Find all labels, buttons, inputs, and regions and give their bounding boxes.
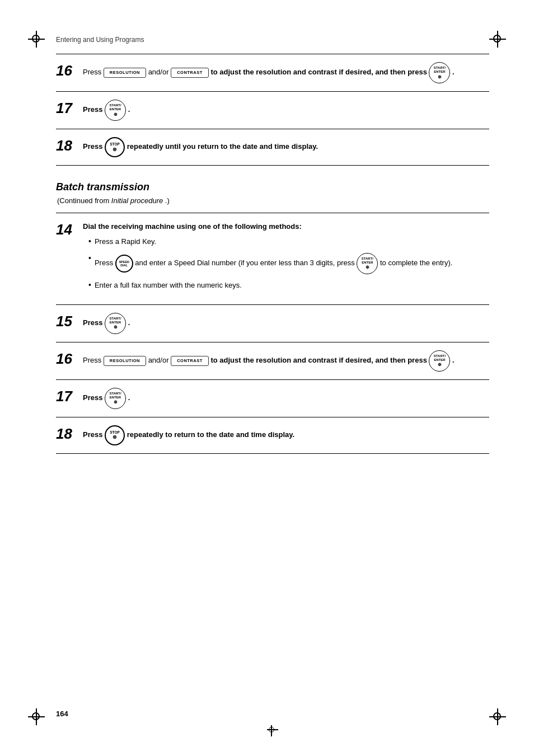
bullet-speed-dial: Press SPEEDDIAL and enter a Speed Dial n… [88, 253, 489, 274]
step-14-batch: 14 Dial the receiving machine using one … [56, 213, 489, 304]
step-content-17u: Press START/ENTER ⊕ . [83, 100, 489, 121]
start-enter-button-14b[interactable]: START/ENTER ⊕ [357, 253, 378, 274]
text-period-17u: . [128, 105, 130, 114]
step-18-batch: 18 Press STOP ⊗ repeatedly to return to … [56, 417, 489, 454]
text-press-16b: Press [83, 356, 104, 364]
continued-end: .) [165, 196, 170, 205]
corner-mark-tl [28, 31, 45, 48]
section-title: Entering and Using Programs [56, 36, 489, 44]
step-15-batch: 15 Press START/ENTER ⊕ . [56, 304, 489, 342]
text-after-18b: repeatedly to return to the date and tim… [127, 430, 295, 439]
speed-dial-label: SPEEDDIAL [119, 260, 129, 267]
contrast-label-16u: CONTRAST [177, 69, 203, 76]
step-number-14b: 14 [56, 221, 83, 237]
stop-label-18u: STOP [110, 142, 120, 147]
bullet-speed-dial-content: Press SPEEDDIAL and enter a Speed Dial n… [95, 253, 452, 274]
upper-steps: 16 Press RESOLUTION and/or CONTRAST to a… [56, 54, 489, 166]
step-17-batch: 17 Press START/ENTER ⊕ . [56, 379, 489, 417]
text-press-16u: Press [83, 68, 104, 76]
bullet-rapid-key: Press a Rapid Key. [88, 236, 489, 247]
step-16-upper: 16 Press RESOLUTION and/or CONTRAST to a… [56, 54, 489, 91]
step-number-18u: 18 [56, 137, 83, 153]
step-content-18u: Press STOP ⊗ repeatedly until you return… [83, 137, 489, 157]
step-content-16u: Press RESOLUTION and/or CONTRAST to adju… [83, 62, 489, 83]
stop-label-18b: STOP [110, 430, 120, 435]
continued-note: (Continued from Initial procedure .) [56, 196, 489, 205]
step-14-bullets: Press a Rapid Key. Press SPEEDDIAL and e… [83, 233, 489, 291]
step-number-16u: 16 [56, 62, 83, 78]
resolution-button-16u[interactable]: RESOLUTION [104, 68, 146, 78]
step-content-17b: Press START/ENTER ⊕ . [83, 388, 489, 409]
step-number-15b: 15 [56, 313, 83, 328]
text-press-18u: Press [83, 142, 105, 151]
text-period-17b: . [128, 393, 130, 402]
batch-heading: Batch transmission [56, 181, 489, 193]
step-number-18b: 18 [56, 425, 83, 441]
start-enter-button-16b[interactable]: START/ENTER ⊕ [429, 350, 450, 372]
speed-dial-button[interactable]: SPEEDDIAL [115, 255, 133, 273]
step-content-15b: Press START/ENTER ⊕ . [83, 313, 489, 334]
stop-button-18b[interactable]: STOP ⊗ [105, 425, 125, 445]
continued-text: (Continued from [57, 196, 109, 205]
step-content-18b: Press STOP ⊗ repeatedly to return to the… [83, 425, 489, 445]
contrast-button-16u[interactable]: CONTRAST [171, 68, 209, 78]
stop-button-18u[interactable]: STOP ⊗ [105, 137, 125, 157]
start-enter-button-17b[interactable]: START/ENTER ⊕ [105, 388, 126, 409]
start-label-17u: START/ENTER [109, 104, 121, 111]
start-enter-button-17u[interactable]: START/ENTER ⊕ [105, 100, 126, 121]
step-number-16b: 16 [56, 350, 83, 366]
text-press-17b: Press [83, 393, 105, 402]
step-number-17b: 17 [56, 388, 83, 403]
start-label-16u: START/ENTER [434, 66, 446, 74]
corner-mark-br [489, 708, 506, 725]
text-press-18b: Press [83, 430, 105, 439]
text-after-18u: repeatedly until you return to the date … [127, 142, 318, 151]
step-content-14b: Dial the receiving machine using one of … [83, 221, 489, 297]
contrast-label-16b: CONTRAST [177, 358, 203, 364]
text-press-15b: Press [83, 318, 105, 327]
step-17-upper: 17 Press START/ENTER ⊕ . [56, 91, 489, 129]
corner-mark-bl [28, 708, 45, 725]
page-number: 164 [56, 710, 68, 718]
start-label-17b: START/ENTER [109, 392, 121, 400]
step-number-17u: 17 [56, 100, 83, 115]
text-adjust-16b: to adjust the resolution and contrast if… [210, 356, 429, 364]
text-period-16u: . [452, 68, 455, 76]
resolution-label-16b: RESOLUTION [110, 358, 140, 364]
bullet-rapid-key-text: Press a Rapid Key. [95, 236, 156, 247]
resolution-label-16u: RESOLUTION [110, 69, 140, 76]
start-label-14b: START/ENTER [362, 257, 373, 265]
step-16-batch: 16 Press RESOLUTION and/or CONTRAST to a… [56, 342, 489, 379]
step-content-16b: Press RESOLUTION and/or CONTRAST to adju… [83, 350, 489, 372]
resolution-button-16b[interactable]: RESOLUTION [104, 356, 146, 366]
bullet-numeric: Enter a full fax number with the numeric… [88, 280, 489, 291]
step-14-intro: Dial the receiving machine using one of … [83, 222, 302, 231]
page: Entering and Using Programs 16 Press RES… [0, 0, 534, 756]
text-adjust-16u: to adjust the resolution and contrast if… [210, 68, 429, 76]
text-period-15b: . [128, 318, 130, 327]
text-press-17u: Press [83, 105, 105, 114]
start-enter-button-16u[interactable]: START/ENTER ⊕ [429, 62, 450, 83]
start-enter-button-15b[interactable]: START/ENTER ⊕ [105, 313, 126, 334]
start-label-15b: START/ENTER [109, 317, 121, 325]
text-andor-16b: and/or [148, 356, 171, 364]
bullet-numeric-text: Enter a full fax number with the numeric… [95, 280, 242, 291]
start-label-16b: START/ENTER [434, 354, 446, 362]
continued-italic: Initial procedure [111, 196, 163, 205]
text-andor-16u: and/or [148, 68, 171, 76]
step-18-upper: 18 Press STOP ⊗ repeatedly until you ret… [56, 129, 489, 166]
corner-mark-tr [489, 31, 506, 48]
text-period-16b: . [452, 356, 455, 364]
batch-steps: 14 Dial the receiving machine using one … [56, 213, 489, 454]
contrast-button-16b[interactable]: CONTRAST [171, 356, 209, 366]
